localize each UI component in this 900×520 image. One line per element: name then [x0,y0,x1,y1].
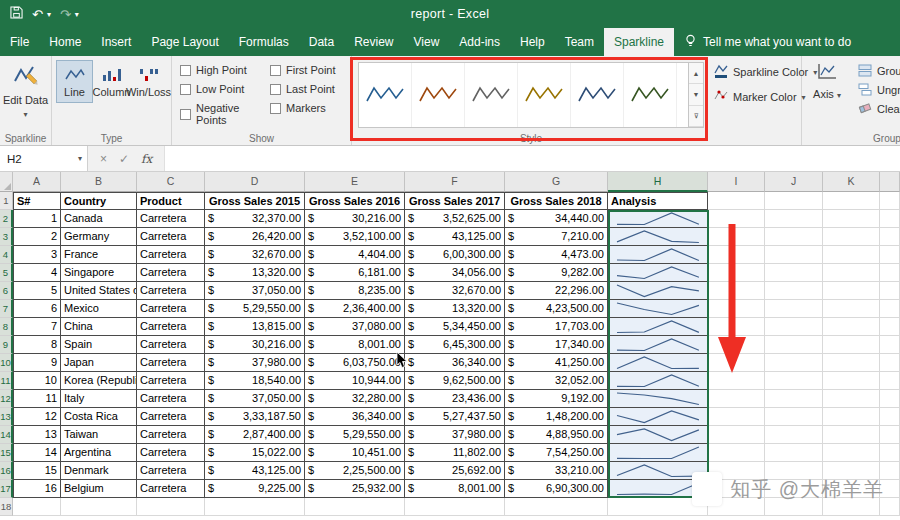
cell-E6[interactable]: $8,235.00 [305,282,405,300]
checkbox-box[interactable] [180,109,191,120]
cell-J15[interactable] [765,444,823,462]
cell-G2[interactable]: $34,440.00 [505,210,608,228]
undo-icon[interactable]: ↶ [32,7,43,22]
cell-C6[interactable]: Carretera [137,282,205,300]
cell-G10[interactable]: $41,250.00 [505,354,608,372]
cell-A14[interactable]: 13 [13,426,61,444]
cell-D12[interactable]: $37,050.00 [205,390,305,408]
cell-G1[interactable]: Gross Sales 2018 [505,192,608,210]
cell-E1[interactable]: Gross Sales 2016 [305,192,405,210]
cell-x13[interactable] [880,408,900,426]
checkbox-box[interactable] [270,65,281,76]
cell-C15[interactable]: Carretera [137,444,205,462]
cell-H12[interactable] [608,390,708,408]
cell-D7[interactable]: $5,29,550.00 [205,300,305,318]
cell-G15[interactable]: $7,54,250.00 [505,444,608,462]
cell-D6[interactable]: $37,050.00 [205,282,305,300]
cell-H1[interactable]: Analysis [608,192,708,210]
cell-H13[interactable] [608,408,708,426]
cell-D10[interactable]: $37,980.00 [205,354,305,372]
row-header-7[interactable]: 7 [0,300,13,318]
sparkline-style-option-2[interactable] [412,63,465,127]
cell-x4[interactable] [880,246,900,264]
cell-E13[interactable]: $36,340.00 [305,408,405,426]
undo-dropdown-icon[interactable]: ▾ [47,10,51,19]
gallery-scroll-up-icon[interactable]: ▲ [689,63,703,84]
cell-I13[interactable] [708,408,765,426]
cell-E16[interactable]: $2,25,500.00 [305,462,405,480]
cell-F17[interactable]: $8,001.00 [405,480,505,498]
cell-K13[interactable] [823,408,880,426]
cell-x12[interactable] [880,390,900,408]
cell-E14[interactable]: $5,29,550.00 [305,426,405,444]
row-header-4[interactable]: 4 [0,246,13,264]
cell-x1[interactable] [880,192,900,210]
sparkline-style-option-1[interactable] [359,63,412,127]
sparkline-style-option-3[interactable] [465,63,518,127]
cell-E15[interactable]: $10,451.00 [305,444,405,462]
cell-I7[interactable] [708,300,765,318]
cell-K14[interactable] [823,426,880,444]
cell-E4[interactable]: $4,404.00 [305,246,405,264]
cell-B5[interactable]: Singapore [61,264,137,282]
column-header-A[interactable]: A [13,172,61,192]
cell-K2[interactable] [823,210,880,228]
tell-me-box[interactable]: Tell me what you want to do [674,28,861,56]
cell-x15[interactable] [880,444,900,462]
cell-B6[interactable]: United States of [61,282,137,300]
sparkline-style-option-4[interactable] [518,63,571,127]
win-loss-button[interactable]: Win/Loss [130,60,167,103]
cell-B13[interactable]: Costa Rica [61,408,137,426]
cell-F3[interactable]: $43,125.00 [405,228,505,246]
cell-I5[interactable] [708,264,765,282]
cell-C4[interactable]: Carretera [137,246,205,264]
cell-x5[interactable] [880,264,900,282]
tab-sparkline[interactable]: Sparkline [604,28,674,56]
cell-A18[interactable] [13,498,61,516]
cell-J9[interactable] [765,336,823,354]
column-header-E[interactable]: E [305,172,405,192]
cell-G14[interactable]: $4,88,950.00 [505,426,608,444]
cell-K15[interactable] [823,444,880,462]
cell-C5[interactable]: Carretera [137,264,205,282]
column-header-I[interactable]: I [708,172,765,192]
checkbox-box[interactable] [180,84,191,95]
cell-B2[interactable]: Canada [61,210,137,228]
row-header-11[interactable]: 11 [0,372,13,390]
cell-G12[interactable]: $9,192.00 [505,390,608,408]
cell-G7[interactable]: $4,23,500.00 [505,300,608,318]
group-button[interactable]: Group [858,64,900,77]
cell-D8[interactable]: $13,815.00 [205,318,305,336]
cell-E3[interactable]: $3,52,100.00 [305,228,405,246]
cell-K3[interactable] [823,228,880,246]
cell-B9[interactable]: Spain [61,336,137,354]
column-header-J[interactable]: J [765,172,823,192]
insert-function-icon[interactable]: fx [141,152,152,166]
cell-F15[interactable]: $11,802.00 [405,444,505,462]
cell-A3[interactable]: 2 [13,228,61,246]
cell-I9[interactable] [708,336,765,354]
enter-icon[interactable]: ✓ [119,152,129,166]
formula-input[interactable] [165,146,900,171]
cell-J8[interactable] [765,318,823,336]
cell-D16[interactable]: $43,125.00 [205,462,305,480]
cell-D18[interactable] [205,498,305,516]
cell-H3[interactable] [608,228,708,246]
column-header-F[interactable]: F [405,172,505,192]
cell-J12[interactable] [765,390,823,408]
cell-D4[interactable]: $32,670.00 [205,246,305,264]
cell-I15[interactable] [708,444,765,462]
row-header-3[interactable]: 3 [0,228,13,246]
cell-K8[interactable] [823,318,880,336]
cell-G13[interactable]: $1,48,200.00 [505,408,608,426]
cell-x14[interactable] [880,426,900,444]
row-header-6[interactable]: 6 [0,282,13,300]
cell-I11[interactable] [708,372,765,390]
row-header-10[interactable]: 10 [0,354,13,372]
cell-G18[interactable] [505,498,608,516]
cell-B1[interactable]: Country [61,192,137,210]
column-header-G[interactable]: G [505,172,608,192]
cell-x3[interactable] [880,228,900,246]
row-header-12[interactable]: 12 [0,390,13,408]
cell-C1[interactable]: Product [137,192,205,210]
